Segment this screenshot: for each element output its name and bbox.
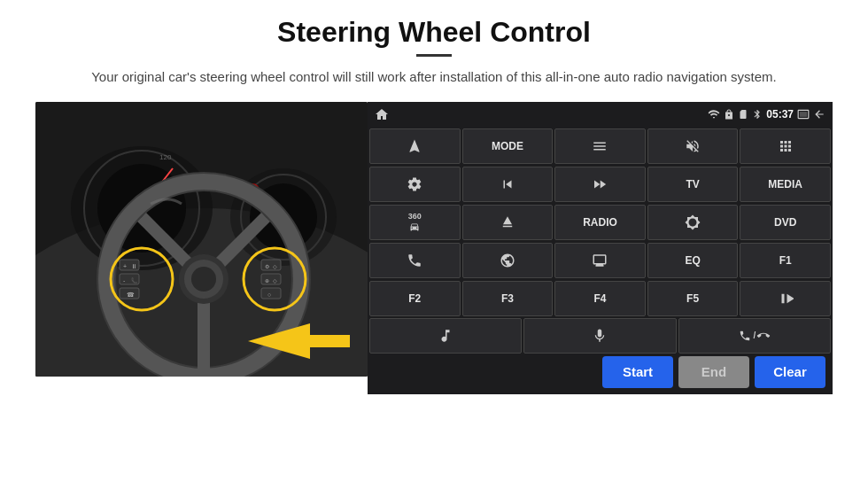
svg-text:📞: 📞 [131, 277, 138, 284]
btn-phone[interactable] [369, 243, 461, 278]
svg-text:⏸: ⏸ [131, 263, 137, 269]
btn-360-label: 360 [408, 212, 422, 221]
clear-button[interactable]: Clear [755, 356, 825, 388]
button-grid-row6: / [368, 318, 833, 355]
back-arrow-icon [813, 108, 825, 120]
svg-text:+: + [123, 263, 127, 269]
btn-mic[interactable] [523, 318, 676, 354]
btn-brightness[interactable] [647, 205, 739, 240]
button-panel: 05:37 MODE [368, 102, 833, 394]
btn-f3[interactable]: F3 [462, 281, 554, 316]
btn-list[interactable] [554, 128, 646, 164]
svg-text:120: 120 [159, 153, 172, 161]
btn-f1[interactable]: F1 [740, 243, 831, 278]
content-area: 0 80 120 [35, 102, 833, 394]
page-title: Steering Wheel Control [277, 16, 591, 49]
svg-text:☎: ☎ [127, 292, 135, 298]
end-button[interactable]: End [678, 356, 749, 388]
btn-tv[interactable]: TV [647, 167, 739, 202]
page-subtitle: Your original car's steering wheel contr… [91, 67, 777, 88]
btn-fastforward[interactable] [554, 167, 646, 202]
btn-playpause[interactable] [740, 281, 831, 316]
button-grid-main: MODE TV [368, 127, 833, 281]
svg-point-20 [191, 267, 216, 292]
status-time: 05:37 [766, 108, 794, 120]
btn-phone-answer[interactable]: / [678, 318, 831, 354]
btn-mode[interactable]: MODE [462, 128, 554, 164]
btn-f4[interactable]: F4 [554, 281, 646, 316]
btn-eject[interactable] [462, 205, 554, 240]
page: Steering Wheel Control Your original car… [0, 0, 868, 482]
btn-eq[interactable]: EQ [647, 243, 739, 278]
btn-settings[interactable] [369, 167, 461, 202]
status-right: 05:37 [708, 108, 825, 120]
btn-360car[interactable]: 360 [369, 205, 461, 240]
home-icon [375, 107, 389, 121]
btn-mute[interactable] [647, 128, 739, 164]
status-bar: 05:37 [368, 102, 833, 127]
bluetooth-icon [752, 109, 763, 120]
btn-f5[interactable]: F5 [647, 281, 739, 316]
screen-mirror-icon [797, 108, 810, 120]
btn-music[interactable] [369, 318, 522, 354]
btn-dvd[interactable]: DVD [740, 205, 831, 240]
wifi-icon [708, 108, 720, 120]
svg-text:◇: ◇ [273, 278, 277, 284]
btn-navigate[interactable] [369, 128, 461, 164]
sim-icon [738, 109, 748, 120]
status-left [375, 107, 389, 121]
svg-text:◇: ◇ [273, 264, 277, 269]
svg-text:⊕: ⊕ [265, 278, 269, 284]
btn-rewind[interactable] [462, 167, 554, 202]
footer-bar: Start End Clear [368, 355, 833, 394]
btn-screen[interactable] [554, 243, 646, 278]
btn-media[interactable]: MEDIA [740, 167, 831, 202]
button-grid-row5: F2 F3 F4 F5 [368, 281, 833, 318]
svg-text:⚙: ⚙ [265, 264, 269, 269]
lock-icon [724, 109, 734, 120]
svg-text:○: ○ [267, 292, 271, 298]
btn-radio[interactable]: RADIO [554, 205, 646, 240]
btn-apps[interactable] [740, 128, 831, 164]
title-divider [416, 54, 452, 57]
btn-globe[interactable] [462, 243, 554, 278]
start-button[interactable]: Start [602, 356, 673, 388]
steering-wheel-image: 0 80 120 [35, 102, 368, 377]
btn-f2[interactable]: F2 [369, 281, 461, 316]
